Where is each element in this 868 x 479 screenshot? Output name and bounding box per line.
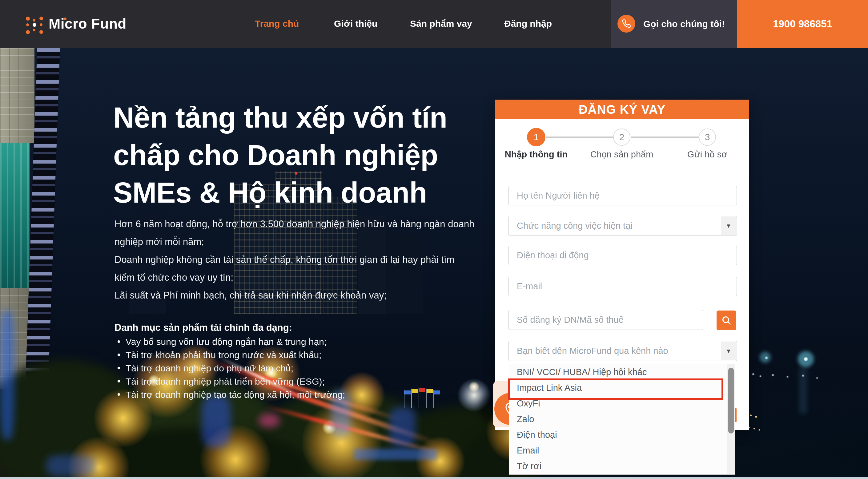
bg-boat-light (816, 377, 818, 379)
logo-dot (40, 23, 42, 26)
logo-dot-grid-icon[interactable] (26, 16, 44, 35)
dropdown-option[interactable]: Tờ rơi (509, 458, 735, 474)
step-1-label: Nhập thông tin (505, 149, 568, 160)
dropdown-scrollbar-thumb[interactable] (728, 368, 734, 434)
bg-blue-neon (390, 407, 415, 447)
dropdown-option[interactable]: OxyFi (509, 396, 735, 411)
contact-name-input[interactable] (508, 186, 737, 205)
product-list: Vay bổ sung vốn lưu động ngắn hạn & trun… (115, 335, 496, 401)
chevron-down-icon: ▼ (721, 342, 736, 360)
product-list-item: Vay bổ sung vốn lưu động ngắn hạn & trun… (115, 335, 496, 348)
dropdown-option[interactable]: BNI/ VCCI/ HUBA/ Hiệp hội khác (509, 364, 735, 380)
chevron-down-icon: ▼ (721, 216, 736, 235)
bg-blue-neon (202, 395, 231, 447)
bg-boat-light (772, 374, 774, 376)
bg-blue-neon (46, 455, 95, 477)
hotline-phone-number[interactable]: 1900 986851 (737, 0, 868, 48)
bg-cyan-glow (760, 352, 771, 363)
logo-dot (33, 19, 35, 22)
referral-source-select[interactable]: Bạn biết đến MicroFund qua kênh nào ▼ (508, 341, 737, 361)
bg-blue-neon-sign (354, 449, 437, 460)
bg-boat-light (760, 375, 761, 377)
dropdown-option-highlighted[interactable]: Impact Link Asia (509, 380, 735, 396)
nav-item-login[interactable]: Đăng nhập (504, 19, 552, 29)
job-function-select[interactable]: Chức năng công việc hiện tại ▼ (508, 216, 737, 236)
dropdown-option[interactable]: Zalo (509, 411, 735, 427)
nav-item-home[interactable]: Trang chủ (255, 19, 299, 29)
hero-title-line: SMEs & Hộ kinh doanh (113, 174, 514, 211)
product-list-item: Tài trợ doanh nghiệp do phụ nữ làm chủ; (115, 362, 496, 375)
bg-pink-light (258, 413, 280, 427)
brand-name[interactable]: Micro Fund (49, 15, 126, 32)
nav-item-products[interactable]: Sản phẩm vay (410, 19, 472, 29)
nav-item-about[interactable]: Giới thiệu (334, 19, 377, 29)
logo-dot-white (33, 23, 36, 27)
logo-dot (39, 16, 43, 20)
job-function-placeholder: Chức năng công việc hiện tại (517, 221, 632, 231)
dropdown-option[interactable]: Email (509, 443, 735, 458)
referral-placeholder: Bạn biết đến MicroFund qua kênh nào (517, 346, 668, 356)
form-title: ĐĂNG KÝ VAY (495, 100, 749, 119)
step-3-label: Gửi hồ sơ (687, 149, 727, 160)
bg-boat-light (787, 376, 788, 378)
bg-boat-light (752, 373, 754, 375)
bg-blue-building-light (0, 310, 14, 440)
bg-building-glass (0, 143, 30, 288)
product-list-item: Tài trợ doanh nghiệp phát triển bền vững… (115, 375, 496, 388)
logo-dot (26, 23, 29, 26)
logo-dot (26, 16, 30, 21)
product-list-item: Tài trợ doanh nghiệp tạo tác động xã hội… (115, 388, 496, 401)
logo-dot (33, 29, 35, 31)
referral-options-dropdown: BNI/ VCCI/ HUBA/ Hiệp hội khác Impact Li… (509, 364, 735, 475)
email-input[interactable] (508, 277, 737, 296)
search-button[interactable] (717, 310, 736, 330)
step-3-circle: 3 (699, 129, 716, 146)
step-connector (546, 137, 613, 138)
hero-paragraph: Lãi suất và Phí minh bạch, chi trả sau k… (115, 286, 475, 304)
bg-building-facade (0, 48, 34, 143)
page: Micro Fund Trang chủ Giới thiệu Sản phẩm… (0, 0, 868, 479)
search-icon (721, 315, 732, 326)
step-1-circle: 1 (527, 128, 546, 146)
bg-cyan-light (804, 357, 808, 361)
tax-code-input[interactable] (508, 310, 703, 330)
step-2-label: Chọn sản phẩm (590, 149, 653, 160)
bg-water-reflection (799, 367, 807, 413)
product-list-title: Danh mục sản phẩm tài chính đa dạng: (115, 322, 292, 333)
dropdown-option[interactable]: Điện thoại (509, 427, 735, 443)
phone-icon (617, 15, 635, 33)
call-us-label: Gọi cho chúng tôi! (643, 19, 725, 29)
step-connector (631, 137, 699, 138)
hero-paragraph: Hơn 6 năm hoạt động, hỗ trợ hơn 3.500 do… (115, 215, 475, 251)
brand-i-dot (64, 18, 66, 20)
hero-paragraph: Doanh nghiệp không cần tài sản thế chấp,… (115, 251, 475, 286)
hero-title-line: chấp cho Doanh nghiệp (113, 137, 514, 174)
next-section-edge (0, 477, 868, 479)
form-divider (508, 176, 736, 176)
logo-dot (26, 30, 30, 34)
step-2-circle: 2 (613, 129, 630, 146)
product-list-item: Tài trợ khoản phải thu trong nước và xuấ… (115, 348, 496, 362)
hero-title-line: Nền tảng thu xếp vốn tín (113, 99, 514, 137)
mobile-phone-input[interactable] (508, 246, 737, 265)
logo-dot (39, 30, 43, 34)
